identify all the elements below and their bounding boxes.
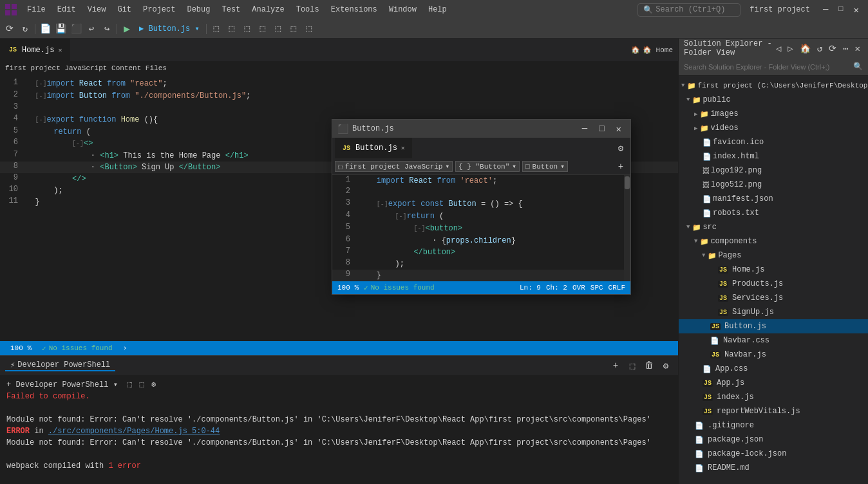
se-nav-back[interactable]: ◁ <box>773 42 784 55</box>
menu-edit[interactable]: Edit <box>52 4 81 15</box>
fw-scroll-thumb[interactable] <box>625 176 630 189</box>
toolbar-extra-2[interactable]: ⬚ <box>225 22 239 36</box>
run-play-btn[interactable]: ▶ <box>120 22 134 36</box>
menu-extensions[interactable]: Extensions <box>326 4 382 15</box>
menu-view[interactable]: View <box>82 4 111 15</box>
toolbar-extra-5[interactable]: ⬚ <box>271 22 285 36</box>
fw-maximize-btn[interactable]: □ <box>595 122 608 135</box>
global-search[interactable]: 🔍 Search (Ctrl+Q) <box>637 3 741 17</box>
menu-window[interactable]: Window <box>384 4 422 15</box>
se-more[interactable]: ⋯ <box>840 42 851 55</box>
menu-project[interactable]: Project <box>138 4 180 15</box>
menu-help[interactable]: Help <box>423 4 452 15</box>
fw-code-lines[interactable]: 1 import React from 'react'; 2 3 [-]expo… <box>332 175 624 281</box>
se-file-navbarjs[interactable]: JS Navbar.js <box>679 348 868 362</box>
fw-scrollbar[interactable] <box>624 175 630 281</box>
se-file-packagejson[interactable]: 📄 package.json <box>679 433 868 447</box>
status-arrow[interactable]: › <box>118 344 133 352</box>
copy-terminal-btn[interactable]: ⬚ <box>127 380 132 389</box>
se-file-readme[interactable]: 📄 README.md <box>679 461 868 475</box>
fw-dd-scope[interactable]: ⬚ first project JavaScrip ▾ <box>335 161 453 172</box>
fw-settings-btn[interactable]: ⚙ <box>614 141 628 155</box>
save-btn[interactable]: 💾 <box>53 22 68 36</box>
se-file-signupjs[interactable]: JS SignUp.js <box>679 305 868 319</box>
se-file-productsjs[interactable]: JS Products.js <box>679 277 868 291</box>
status-issues[interactable]: ✓ No issues found <box>37 344 118 353</box>
se-file-packagelockjson[interactable]: 📄 package-lock.json <box>679 447 868 461</box>
fw-status-ch: Ch: 2 <box>546 284 567 292</box>
tab-home-js[interactable]: JS Home.js ✕ <box>0 39 70 61</box>
menu-test[interactable]: Test <box>216 4 245 15</box>
se-file-appcss[interactable]: 📄 App.css <box>679 362 868 376</box>
tab-close-btn[interactable]: ✕ <box>58 46 62 54</box>
se-folder-components[interactable]: ▼ 📁 components <box>679 234 868 248</box>
file-gen-icon: 📄 <box>703 209 712 218</box>
undo-btn[interactable]: ↩ <box>84 22 99 36</box>
se-folder-public[interactable]: ▼ 📁 public <box>679 93 868 107</box>
se-file-servicesjs[interactable]: JS Services.js <box>679 291 868 305</box>
split-terminal-btn[interactable]: ⬚ <box>625 358 639 373</box>
se-file-logo192[interactable]: 🖼 logo192.png <box>679 163 868 178</box>
terminal-tab-powershell[interactable]: ⚡ Developer PowerShell <box>5 360 115 371</box>
se-folder-src[interactable]: ▼ 📁 src <box>679 220 868 234</box>
toolbar-extra-3[interactable]: ⬚ <box>240 22 254 36</box>
minimize-btn[interactable]: ─ <box>819 5 832 15</box>
new-file-btn[interactable]: 📄 <box>38 22 52 36</box>
run-config-btn[interactable]: ▶ Button.js ▾ <box>135 23 203 35</box>
forward-btn[interactable]: ↻ <box>18 22 32 36</box>
fw-dd-component[interactable]: □ Button ▾ <box>522 161 568 172</box>
se-file-buttonjs[interactable]: JS Button.js <box>679 319 868 333</box>
se-search-input[interactable] <box>684 63 853 71</box>
se-home[interactable]: 🏠 <box>797 42 813 55</box>
se-folder-images[interactable]: ▶ 📁 images <box>679 107 868 121</box>
toolbar-extra-7[interactable]: ⬚ <box>302 22 316 36</box>
menu-tools[interactable]: Tools <box>291 4 325 15</box>
se-folder-videos[interactable]: ▶ 📁 videos <box>679 121 868 135</box>
se-refresh[interactable]: ↺ <box>815 42 825 55</box>
se-root-folder[interactable]: ▼ 📁 first project (C:\Users\JeniferF\Des… <box>679 79 868 93</box>
se-file-indexhtml[interactable]: 📄 index.html <box>679 149 868 163</box>
new-terminal-btn[interactable]: + <box>609 358 623 373</box>
se-file-gitignore[interactable]: 📄 .gitignore <box>679 418 868 433</box>
fw-add-btn[interactable]: + <box>614 160 628 174</box>
clear-terminal-btn[interactable]: ⬚ <box>140 380 144 389</box>
kill-terminal-btn[interactable]: 🗑 <box>642 358 656 373</box>
status-zoom[interactable]: 100 % <box>5 344 37 352</box>
fw-minimize-btn[interactable]: ─ <box>578 122 591 135</box>
se-file-logo512[interactable]: 🖼 logo512.png <box>679 178 868 192</box>
back-btn[interactable]: ⟳ <box>3 22 17 36</box>
maximize-btn[interactable]: □ <box>835 5 847 15</box>
menu-debug[interactable]: Debug <box>182 4 215 15</box>
settings-icon[interactable]: ⚙ <box>151 380 156 389</box>
fw-tab-buttonjs[interactable]: JS Button.js ✕ <box>335 138 412 158</box>
save-all-btn[interactable]: ⬛ <box>69 22 83 36</box>
se-folder-pages[interactable]: ▼ 📁 Pages <box>679 248 868 263</box>
fw-dd-export[interactable]: { } "Button" ▾ <box>455 161 520 172</box>
se-sync[interactable]: ⟳ <box>826 42 839 55</box>
menu-git[interactable]: Git <box>112 4 137 15</box>
se-close[interactable]: ✕ <box>853 42 863 55</box>
se-file-reportwebvitals[interactable]: JS reportWebVitals.js <box>679 404 868 418</box>
toolbar-extra-6[interactable]: ⬚ <box>287 22 301 36</box>
fw-tab-close[interactable]: ✕ <box>401 144 405 152</box>
se-file-navbarcss[interactable]: 📄 Navbar.css <box>679 333 868 348</box>
gear-icon[interactable]: ⚙ <box>659 358 673 373</box>
terminal-line-6 <box>6 449 672 460</box>
se-file-appjs[interactable]: JS App.js <box>679 376 868 390</box>
menu-analyze[interactable]: Analyze <box>247 4 289 15</box>
se-file-robots[interactable]: 📄 robots.txt <box>679 206 868 220</box>
close-btn[interactable]: ✕ <box>850 5 863 15</box>
toolbar-extra-1[interactable]: ⬚ <box>209 22 223 36</box>
se-file-homejs[interactable]: JS Home.js <box>679 263 868 277</box>
se-file-indexjs[interactable]: JS index.js <box>679 390 868 404</box>
fw-line-5: 5 [-]<button> <box>332 223 624 235</box>
terminal-line-3: Module not found: Error: Can't resolve '… <box>6 414 672 425</box>
toolbar-extra-4[interactable]: ⬚ <box>256 22 270 36</box>
fw-dd-export-label: { } "Button" <box>458 163 509 171</box>
se-file-favicon[interactable]: 📄 favicon.ico <box>679 135 868 149</box>
se-file-manifest[interactable]: 📄 manifest.json <box>679 192 868 206</box>
menu-file[interactable]: File <box>22 4 51 15</box>
se-nav-forward[interactable]: ▷ <box>785 42 795 55</box>
redo-btn[interactable]: ↪ <box>100 22 114 36</box>
fw-close-btn[interactable]: ✕ <box>612 122 625 136</box>
